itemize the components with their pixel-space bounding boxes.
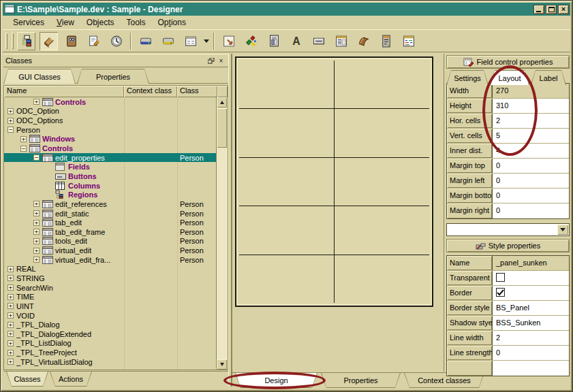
toggle-expand-icon[interactable]: + <box>33 257 40 263</box>
tree-row-controls[interactable]: +Controls <box>4 97 216 107</box>
minimize-button[interactable] <box>533 5 544 14</box>
tree-row-virtual-edit[interactable]: +virtual_editPerson <box>4 246 216 255</box>
design-grid-cell[interactable] <box>335 255 429 303</box>
style-properties-header[interactable]: Style properties <box>446 239 570 252</box>
property-value[interactable]: 0 <box>492 346 569 360</box>
toggle-expand-icon[interactable]: + <box>7 294 14 300</box>
column-header-class[interactable]: Class <box>177 86 217 97</box>
toggle-expand-icon[interactable]: + <box>7 275 14 281</box>
tree-row-tab-edit-frame[interactable]: +tab_edit_framePerson <box>4 227 216 237</box>
drive-yellow-button[interactable] <box>159 32 177 50</box>
tree-row-edit-references[interactable]: +edit_referencesPerson <box>4 199 216 209</box>
tree-row-windows[interactable]: +Windows <box>4 135 216 144</box>
property-value[interactable]: _panel_sunken <box>492 256 569 270</box>
toggle-expand-icon[interactable]: + <box>33 220 40 226</box>
property-value[interactable]: 310 <box>492 99 569 113</box>
menu-item-view[interactable]: View <box>50 16 80 29</box>
form-window-dropdown-button[interactable] <box>202 32 211 50</box>
toggle-expand-icon[interactable]: + <box>33 201 40 207</box>
tab-design[interactable]: Design <box>235 373 318 388</box>
toggle-expand-icon[interactable]: + <box>7 350 14 356</box>
toolbar-grip[interactable] <box>12 33 14 49</box>
field-control-properties-header[interactable]: Field control properties <box>446 55 570 69</box>
tree-row-tools-edit[interactable]: +tools_editPerson <box>4 237 216 246</box>
tree-row-edit-properties[interactable]: −edit_propertiesPerson <box>4 153 216 163</box>
property-value[interactable]: BS_Panel <box>492 301 569 315</box>
scroll-up-button[interactable] <box>217 97 227 108</box>
drive-blue-button[interactable] <box>136 32 155 50</box>
toggle-expand-icon[interactable]: + <box>7 322 14 328</box>
design-grid-cell[interactable] <box>239 109 334 157</box>
scroll-down-button[interactable] <box>217 359 227 370</box>
property-value[interactable]: 0 <box>492 189 569 203</box>
checkbox-unchecked[interactable] <box>496 273 505 282</box>
property-value[interactable] <box>492 361 569 376</box>
toggle-expand-icon[interactable]: + <box>33 238 40 244</box>
property-value[interactable]: 0 <box>492 203 569 218</box>
toggle-expand-icon[interactable]: + <box>7 331 14 337</box>
toggle-expand-icon[interactable]: + <box>7 303 14 309</box>
tree-scrollbar[interactable] <box>216 97 228 370</box>
column-header-context-class[interactable]: Context class <box>124 86 177 97</box>
eraser-button[interactable] <box>40 32 58 50</box>
form-window-button[interactable] <box>181 32 200 50</box>
tree-row-odc-options[interactable]: +ODC_Options <box>4 116 216 125</box>
dock-float-button[interactable] <box>206 56 216 65</box>
tree-row-tpl-treeproject[interactable]: +_TPL_TreeProject <box>4 348 216 357</box>
tree-row-uint[interactable]: +UINT <box>4 301 216 311</box>
tree-row-real[interactable]: +REAL <box>4 265 216 274</box>
tab-classes[interactable]: Classes <box>6 372 48 387</box>
property-value[interactable]: 0 <box>492 174 569 188</box>
tree-row-tpl-dialog[interactable]: +_TPL_Dialog <box>4 320 216 329</box>
style-combo[interactable] <box>446 223 570 236</box>
color-tools-button[interactable] <box>242 32 260 50</box>
toggle-expand-icon[interactable]: + <box>33 248 40 254</box>
toggle-expand-icon[interactable]: + <box>7 340 14 346</box>
design-grid-cell[interactable] <box>239 158 334 206</box>
tree-row-regions[interactable]: Regions <box>4 190 216 199</box>
toggle-expand-icon[interactable]: + <box>7 359 14 365</box>
tree-row-edit-static[interactable]: +edit_staticPerson <box>4 209 216 218</box>
property-value[interactable]: BSS_Sunken <box>492 316 569 330</box>
toggle-collapse-icon[interactable]: − <box>33 154 40 161</box>
tree-row-controls[interactable]: −Controls <box>4 144 216 153</box>
property-value[interactable]: 2 <box>492 331 569 345</box>
tab-gui-classes[interactable]: GUI Classes <box>3 69 76 84</box>
menu-item-tools[interactable]: Tools <box>121 16 152 29</box>
tab-label[interactable]: Label <box>531 70 566 85</box>
menu-item-objects[interactable]: Objects <box>80 16 121 29</box>
property-value[interactable]: 0 <box>492 159 569 173</box>
toggle-collapse-icon[interactable]: − <box>7 127 14 133</box>
property-value[interactable]: 5 <box>492 129 569 143</box>
toggle-expand-icon[interactable]: + <box>33 229 40 235</box>
toggle-expand-icon[interactable]: + <box>33 210 40 216</box>
toggle-expand-icon[interactable]: + <box>7 312 14 318</box>
toggle-expand-icon[interactable]: + <box>7 108 14 114</box>
combo-dropdown-button[interactable] <box>557 225 568 235</box>
property-value[interactable]: 2 <box>492 114 569 128</box>
tree-row-fields[interactable]: Fields <box>4 162 216 172</box>
design-grid-cell[interactable] <box>335 61 429 108</box>
design-grid-cell[interactable] <box>335 158 429 206</box>
dock-header[interactable]: Classes × <box>3 54 228 67</box>
edit-document-button[interactable] <box>84 32 103 50</box>
tree-row-odc-option[interactable]: +ODC_Option <box>4 107 216 116</box>
mini-button-button[interactable] <box>309 32 328 50</box>
tree-row-searchwin[interactable]: +SearchWin <box>4 283 216 293</box>
tree-row-time[interactable]: +TIME <box>4 292 216 301</box>
property-value[interactable] <box>492 271 569 285</box>
maximize-button[interactable] <box>546 5 557 14</box>
menu-item-options[interactable]: Options <box>152 16 192 29</box>
toggle-expand-icon[interactable]: + <box>7 284 14 291</box>
clock-button[interactable] <box>107 32 125 50</box>
design-grid-cell[interactable] <box>239 206 334 254</box>
design-grid-cell[interactable] <box>335 206 429 254</box>
tab-settings[interactable]: Settings <box>446 70 489 85</box>
tree-row-void[interactable]: +VOID <box>4 311 216 321</box>
tree-row-string[interactable]: +STRING <box>4 274 216 283</box>
tree-row-tpl-dialogextended[interactable]: +_TPL_DialogExtended <box>4 329 216 339</box>
tab-layout[interactable]: Layout <box>490 70 529 85</box>
tab-properties[interactable]: Properties <box>77 69 149 84</box>
report-button[interactable] <box>264 32 283 50</box>
tree-row-tab-edit[interactable]: +tab_editPerson <box>4 218 216 227</box>
